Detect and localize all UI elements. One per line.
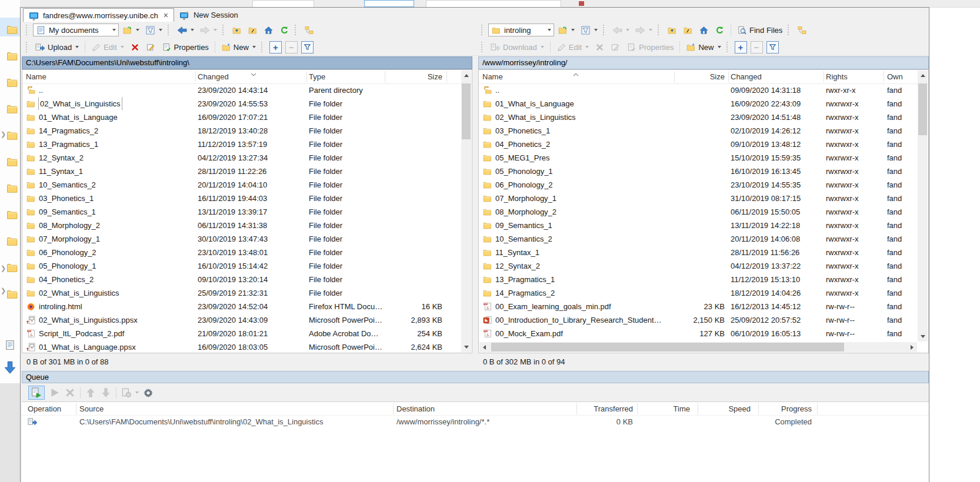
right-properties-button[interactable]: Properties — [624, 40, 676, 54]
find-files-button[interactable]: Find Files — [735, 23, 785, 37]
queue-column-destination[interactable]: Destination — [396, 402, 573, 416]
scrollbar-thumb[interactable] — [918, 83, 927, 135]
column-header-size[interactable]: Size — [387, 70, 442, 83]
file-row[interactable]: 01_What_is_Language16/09/2020 22:43:09rw… — [479, 97, 917, 111]
file-row[interactable]: 12_Syntax_204/12/2019 13:37:22rwxrwxr-xf… — [479, 259, 917, 273]
column-divider[interactable] — [698, 403, 698, 414]
toolbar-grip[interactable] — [658, 25, 662, 35]
right-select-minus-button[interactable]: − — [751, 41, 763, 53]
file-row[interactable]: 13_Pragmatics_111/12/2019 15:13:10rwxrwx… — [479, 273, 917, 286]
column-divider[interactable] — [76, 403, 76, 414]
right-path-bar[interactable]: /www/morrissey/introling/ — [478, 56, 929, 69]
synchronize-browsing-button[interactable] — [795, 23, 809, 37]
file-row[interactable]: 11_Syntax_128/11/2019 11:22:26File folde… — [22, 165, 461, 178]
column-divider[interactable] — [306, 71, 307, 82]
left-edit-button[interactable]: Edit — [89, 40, 126, 54]
left-new-button[interactable]: New — [219, 40, 258, 54]
column-header-rights[interactable]: Rights — [826, 70, 880, 83]
file-row[interactable]: PDF00_Mock_Exam.pdf127 KB06/10/2019 16:0… — [479, 327, 917, 340]
scroll-up-icon[interactable] — [461, 71, 471, 81]
right-home-button[interactable] — [696, 23, 711, 37]
queue-column-operation[interactable]: Operation — [28, 402, 78, 416]
scroll-down-icon[interactable] — [461, 342, 471, 352]
file-row[interactable]: ..23/09/2020 14:43:14Parent directory — [22, 83, 461, 97]
left-forward-button[interactable] — [198, 23, 219, 37]
column-header-size[interactable]: Size — [678, 70, 725, 83]
session-tab[interactable]: fandres@www.morrissey.unibe.ch × — [23, 8, 174, 22]
toolbar-grip[interactable] — [481, 42, 485, 52]
column-divider[interactable] — [385, 71, 385, 82]
column-header-changed[interactable]: Changed — [731, 70, 825, 83]
file-row[interactable]: introling.html23/09/2020 14:52:04Firefox… — [22, 300, 461, 313]
right-refresh-button[interactable] — [712, 23, 727, 37]
column-divider[interactable] — [446, 71, 447, 82]
file-row[interactable]: 02_What_is_Linguistics23/09/2020 14:55:5… — [22, 97, 461, 111]
file-row[interactable]: 01_What_is_Language16/09/2020 17:07:21Fi… — [22, 111, 461, 124]
file-row[interactable]: 08_Morphology_206/11/2019 14:31:38File f… — [22, 219, 461, 232]
scroll-up-icon[interactable] — [918, 71, 928, 81]
left-root-directory-button[interactable] — [245, 23, 260, 37]
column-header-name[interactable]: Name — [26, 70, 193, 83]
file-row[interactable]: 04_Phonetics_209/10/2019 13:48:12rwxrwxr… — [479, 138, 917, 151]
file-row[interactable]: PDF00_Exam_learning_goals_min.pdf23 KB16… — [479, 300, 917, 313]
right-vertical-scrollbar[interactable] — [918, 71, 928, 342]
right-open-directory-button[interactable] — [555, 23, 577, 37]
toolbar-grip[interactable] — [295, 25, 299, 35]
file-row[interactable]: 14_Pragmatics_218/12/2019 13:40:28File f… — [22, 124, 461, 138]
queue-delete-button[interactable] — [64, 387, 76, 398]
column-divider[interactable] — [195, 71, 196, 82]
right-edit-button[interactable]: Edit — [554, 40, 591, 54]
file-row[interactable]: 07_Morphology_131/10/2019 08:17:15rwxrwx… — [479, 192, 917, 205]
file-row[interactable]: 05_Phonology_116/10/2019 16:13:45rwxrwxr… — [479, 165, 917, 178]
queue-move-up-button[interactable] — [85, 387, 96, 398]
left-back-button[interactable] — [175, 23, 196, 37]
file-row[interactable]: 07_Morphology_130/10/2019 13:47:43File f… — [22, 232, 461, 246]
toolbar-grip[interactable] — [603, 25, 607, 35]
right-new-button[interactable]: New — [684, 40, 723, 54]
column-divider[interactable] — [884, 71, 884, 82]
column-divider[interactable] — [817, 403, 818, 414]
left-open-directory-button[interactable] — [120, 23, 142, 37]
toolbar-grip[interactable] — [222, 25, 226, 35]
file-row[interactable]: 02_What_is_Linguistics.ppsx23/09/2020 14… — [22, 313, 461, 327]
file-row[interactable]: ..09/09/2020 14:31:18rwxr-xr-xfand — [479, 83, 917, 97]
toolbar-grip[interactable] — [481, 25, 485, 35]
toolbar-grip[interactable] — [26, 25, 30, 35]
right-filter-box-button[interactable] — [766, 41, 779, 53]
left-select-plus-button[interactable]: + — [269, 41, 282, 53]
queue-move-down-button[interactable] — [100, 387, 112, 398]
file-row[interactable]: 03_Phonetics_102/10/2019 14:26:12rwxrwxr… — [479, 124, 917, 138]
file-row[interactable]: 11_Syntax_128/11/2019 11:56:26rwxrwxr-xf… — [479, 246, 917, 259]
upload-button[interactable]: Upload — [33, 40, 81, 54]
file-row[interactable]: 10_Semantics_220/11/2019 14:04:10File fo… — [22, 178, 461, 192]
column-divider[interactable] — [674, 71, 675, 82]
scrollbar-thumb[interactable] — [462, 83, 471, 139]
queue-column-time[interactable]: Time — [643, 402, 690, 416]
left-parent-directory-button[interactable] — [229, 23, 244, 37]
right-rename-button[interactable] — [608, 40, 623, 54]
left-filter-button[interactable] — [143, 23, 165, 37]
left-home-button[interactable] — [261, 23, 276, 37]
right-filter-button[interactable] — [578, 23, 600, 37]
queue-column-progress[interactable]: Progress — [729, 402, 812, 416]
scrollbar-thumb[interactable] — [491, 343, 844, 352]
download-button[interactable]: Download — [488, 40, 546, 54]
file-row[interactable]: 12_Syntax_204/12/2019 13:27:34File folde… — [22, 151, 461, 165]
left-select-minus-button[interactable]: − — [285, 41, 298, 53]
column-divider[interactable] — [576, 403, 577, 414]
queue-column-transferred[interactable]: Transferred — [580, 402, 633, 416]
background-window-strip[interactable]: ❯ ❯ ❯ — [0, 0, 20, 482]
left-path-bar[interactable]: C:\Users\FAM\Documents\Uni\webstuff\intr… — [22, 56, 472, 69]
left-directory-combobox[interactable]: My documents — [33, 24, 119, 36]
column-divider[interactable] — [393, 403, 394, 414]
scroll-left-icon[interactable] — [479, 342, 489, 352]
file-row[interactable]: 03_Phonetics_116/11/2019 19:44:03File fo… — [22, 192, 461, 205]
toolbar-grip[interactable] — [788, 25, 792, 35]
file-row[interactable]: 01_What_is_Language.ppsx16/09/2020 18:03… — [22, 340, 461, 353]
toolbar-grip[interactable] — [168, 25, 172, 35]
file-row[interactable]: 14_Pragmatics_218/12/2019 14:04:26rwxrwx… — [479, 286, 917, 300]
queue-title-bar[interactable]: Queue — [22, 371, 929, 383]
queue-column-source[interactable]: Source — [79, 402, 391, 416]
right-select-plus-button[interactable]: + — [735, 41, 747, 53]
toolbar-grip[interactable] — [261, 42, 265, 52]
